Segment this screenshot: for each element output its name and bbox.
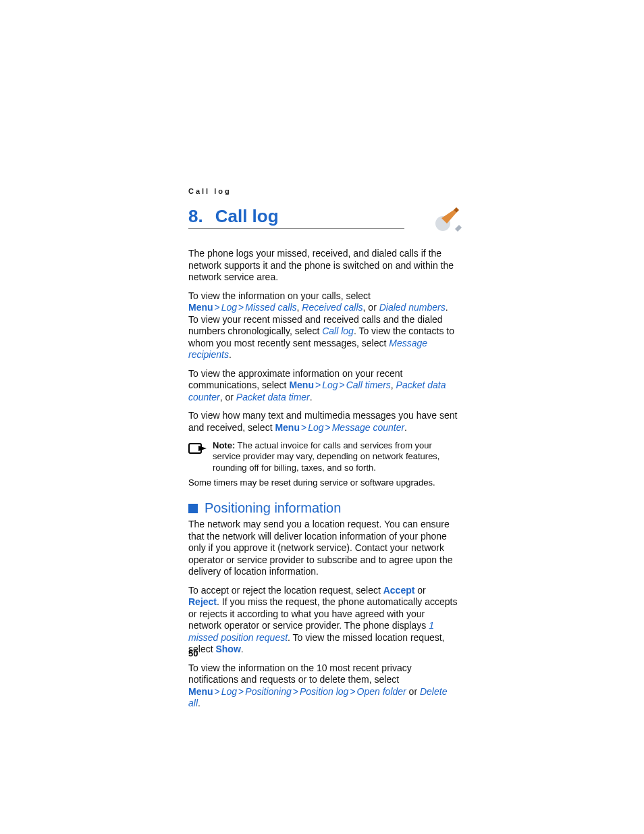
- accept-link[interactable]: Accept: [383, 585, 415, 596]
- message-counter-link[interactable]: Message counter: [332, 422, 404, 433]
- show-link[interactable]: Show: [215, 644, 240, 654]
- text: .: [241, 644, 244, 654]
- menu-link[interactable]: Menu: [289, 380, 314, 390]
- section-bullet-icon: [188, 504, 198, 513]
- text: .: [229, 349, 232, 360]
- reset-note: Some timers may be reset during service …: [188, 477, 458, 488]
- text: .: [198, 698, 200, 708]
- separator: >: [237, 686, 245, 697]
- separator: >: [300, 422, 308, 433]
- dialed-numbers-link[interactable]: Dialed numbers: [379, 302, 446, 313]
- page-content: Call log 8. Call log The phone logs your…: [188, 187, 458, 716]
- chapter-icon: [432, 205, 462, 234]
- separator: >: [324, 422, 332, 433]
- menu-link[interactable]: Menu: [275, 422, 300, 433]
- section-heading: Positioning information: [188, 500, 458, 516]
- menu-link[interactable]: Menu: [188, 686, 213, 697]
- text: . If you miss the request, the phone aut…: [188, 596, 457, 631]
- text: ,: [391, 380, 396, 390]
- timers-paragraph: To view the approximate information on y…: [188, 368, 458, 404]
- text: .: [310, 392, 313, 402]
- received-calls-link[interactable]: Received calls: [302, 302, 363, 313]
- section-title: Positioning information: [205, 500, 341, 516]
- text: , or: [220, 392, 236, 402]
- intro-paragraph: The phone logs your missed, received, an…: [188, 248, 458, 284]
- page-number: 50: [188, 648, 198, 658]
- separator: >: [338, 380, 346, 390]
- missed-calls-link[interactable]: Missed calls: [245, 302, 296, 313]
- log-link[interactable]: Log: [308, 422, 323, 433]
- log-link[interactable]: Log: [221, 302, 237, 313]
- text: or: [406, 686, 420, 697]
- separator: >: [292, 686, 300, 697]
- positioning-accept-paragraph: To accept or reject the location request…: [188, 585, 458, 656]
- separator: >: [213, 302, 221, 313]
- note-block: Note: The actual invoice for calls and s…: [188, 440, 458, 473]
- log-link[interactable]: Log: [322, 380, 338, 390]
- message-counter-paragraph: To view how many text and multimedia mes…: [188, 410, 458, 434]
- reject-link[interactable]: Reject: [188, 596, 217, 607]
- positioning-log-paragraph: To view the information on the 10 most r…: [188, 662, 458, 710]
- chapter-title: 8. Call log: [188, 206, 404, 229]
- text: .: [404, 422, 407, 433]
- note-label: Note:: [213, 440, 235, 450]
- running-header: Call log: [188, 187, 458, 195]
- text: To view the information on your calls, s…: [188, 290, 371, 301]
- position-log-link[interactable]: Position log: [300, 686, 348, 697]
- note-text: Note: The actual invoice for calls and s…: [213, 440, 458, 473]
- menu-link[interactable]: Menu: [188, 302, 213, 313]
- open-folder-link[interactable]: Open folder: [357, 686, 406, 697]
- positioning-link[interactable]: Positioning: [245, 686, 292, 697]
- separator: >: [348, 686, 356, 697]
- text: or: [414, 585, 425, 596]
- log-link[interactable]: Log: [221, 686, 237, 697]
- view-calls-paragraph: To view the information on your calls, s…: [188, 290, 458, 361]
- separator: >: [314, 380, 322, 390]
- separator: >: [237, 302, 245, 313]
- positioning-intro: The network may send you a location requ…: [188, 519, 458, 578]
- packet-data-timer-link[interactable]: Packet data timer: [236, 392, 310, 402]
- note-body: The actual invoice for calls and service…: [213, 440, 439, 473]
- note-icon: [188, 442, 207, 458]
- text: To view the information on the 10 most r…: [188, 662, 412, 685]
- chapter-name: Call log: [215, 206, 279, 227]
- chapter-number: 8.: [188, 206, 203, 227]
- call-timers-link[interactable]: Call timers: [346, 380, 391, 390]
- text: To accept or reject the location request…: [188, 585, 383, 596]
- text: , or: [363, 302, 379, 313]
- call-log-link[interactable]: Call log: [322, 325, 354, 336]
- separator: >: [213, 686, 221, 697]
